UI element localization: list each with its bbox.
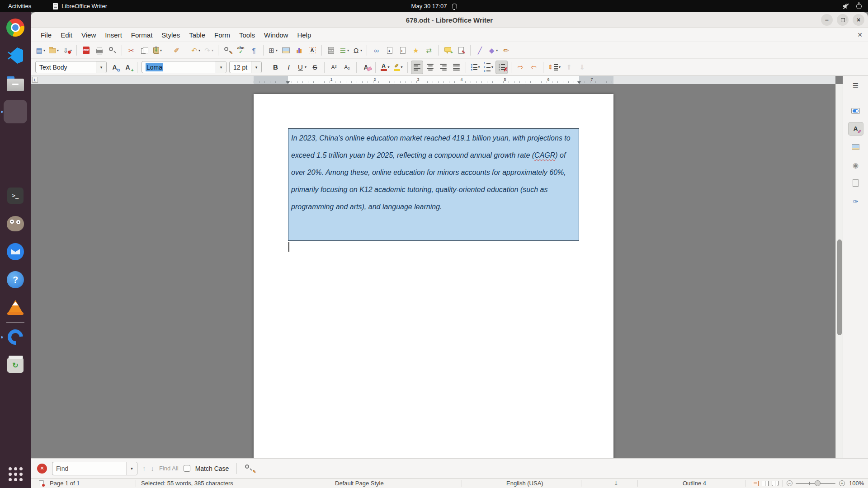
selected-text-frame[interactable]: In 2023, China's online education market… xyxy=(288,128,579,241)
find-input-dropdown[interactable]: ▾ xyxy=(126,462,137,475)
subscript-button[interactable]: A₂ xyxy=(341,61,353,74)
print-button[interactable] xyxy=(93,43,105,57)
insert-bookmark-button[interactable]: ★ xyxy=(410,43,422,57)
text-language[interactable]: English (USA) xyxy=(506,479,543,488)
align-left-button[interactable] xyxy=(411,61,423,74)
dock-item-vlc[interactable] xyxy=(4,296,27,319)
font-name-combo-value[interactable]: Loma xyxy=(146,63,163,71)
document-text-line[interactable]: programming and arts), and language lear… xyxy=(291,198,579,216)
find-next-button[interactable]: ↓ xyxy=(151,465,155,472)
menu-format[interactable]: Format xyxy=(127,28,157,42)
zoom-slider-handle[interactable] xyxy=(815,480,821,486)
insert-footnote-button[interactable]: 1 xyxy=(383,43,396,57)
document-text[interactable]: exceed 1.5 trillion yuan by 2025, reflec… xyxy=(291,151,534,159)
menu-window[interactable]: Window xyxy=(259,28,292,42)
insert-comment-button[interactable] xyxy=(442,43,454,57)
navigator-deck-button[interactable]: ◉ xyxy=(848,158,863,172)
paste-button[interactable]: ▾ xyxy=(151,43,164,57)
styles-deck-button[interactable]: A xyxy=(848,122,863,136)
find-replace-button[interactable]: ✎ xyxy=(222,43,234,57)
new-document-button-dropdown[interactable]: ▾ xyxy=(43,48,45,52)
document-text[interactable]: ) of xyxy=(555,151,566,159)
sidebar-settings-button[interactable]: ☰ xyxy=(848,79,863,92)
line-spacing-button-dropdown[interactable]: ▾ xyxy=(559,65,561,69)
vertical-scrollbar[interactable] xyxy=(835,84,843,458)
dock-item-help[interactable] xyxy=(4,268,27,291)
left-indent-marker[interactable] xyxy=(286,81,290,84)
outline-level[interactable]: Outline 4 xyxy=(683,479,706,488)
insert-hyperlink-button[interactable]: ∞ xyxy=(370,43,382,57)
italic-button[interactable]: I xyxy=(283,61,295,74)
dock-item-impress[interactable] xyxy=(4,156,27,179)
menu-insert[interactable]: Insert xyxy=(100,28,127,42)
font-size-combo[interactable]: 12 pt▾ xyxy=(229,61,262,73)
print-preview-button[interactable] xyxy=(106,43,118,57)
menu-view[interactable]: View xyxy=(77,28,100,42)
scrollbar-thumb[interactable] xyxy=(837,239,842,335)
menu-tools[interactable]: Tools xyxy=(235,28,259,42)
document-text-line[interactable]: over 20%. Among these, online education … xyxy=(291,164,579,181)
document-text[interactable]: over 20%. Among these, online education … xyxy=(291,169,566,176)
font-name-combo[interactable]: Loma▾ xyxy=(142,61,226,73)
open-file-button[interactable]: ▾ xyxy=(47,43,60,57)
insert-field-button-dropdown[interactable]: ▾ xyxy=(347,48,349,52)
style-inspector-deck-button[interactable]: ✑ xyxy=(848,194,863,208)
font-color-button[interactable]: A▾ xyxy=(379,61,391,74)
menu-file[interactable]: File xyxy=(36,28,56,42)
font-size-combo-value[interactable]: 12 pt xyxy=(230,64,251,71)
dock-item-blueapp[interactable] xyxy=(4,325,27,349)
paragraph-style-combo-dropdown[interactable]: ▾ xyxy=(96,61,106,73)
insert-cross-reference-button[interactable]: ⇄ xyxy=(423,43,435,57)
zoom-out-button[interactable]: − xyxy=(787,480,793,486)
dock-item-vscode[interactable] xyxy=(4,44,27,67)
paste-button-dropdown[interactable]: ▾ xyxy=(160,48,162,52)
align-justify-button[interactable] xyxy=(450,61,462,74)
insert-table-button[interactable]: ⊞▾ xyxy=(267,43,279,57)
basic-shapes-button[interactable]: ◆▾ xyxy=(487,43,499,57)
document-text[interactable]: primarily focusing on K12 academic tutor… xyxy=(291,186,547,193)
line-spacing-button[interactable]: ⇕▾ xyxy=(547,61,562,74)
menu-table[interactable]: Table xyxy=(184,28,210,42)
insert-endnote-button[interactable]: i xyxy=(396,43,409,57)
single-page-view-button[interactable] xyxy=(752,481,759,486)
misspelled-word[interactable]: CAGR xyxy=(534,151,555,159)
font-color-button-dropdown[interactable]: ▾ xyxy=(388,65,390,69)
document-modified-icon[interactable] xyxy=(39,480,44,486)
find-all-button[interactable]: Find All xyxy=(159,465,179,472)
insert-special-character-button-dropdown[interactable]: ▾ xyxy=(360,48,362,52)
strikethrough-button[interactable]: S xyxy=(309,61,321,74)
zoom-in-button[interactable]: + xyxy=(839,480,845,486)
decrease-indent-button[interactable]: ⇦ xyxy=(528,61,540,74)
page-deck-button[interactable] xyxy=(848,176,863,190)
open-file-button-dropdown[interactable]: ▾ xyxy=(57,48,59,52)
find-previous-button[interactable]: ↑ xyxy=(142,465,146,472)
show-draw-functions-button[interactable]: ✏ xyxy=(500,43,512,57)
unordered-list-button[interactable]: ▾ xyxy=(469,61,481,74)
increase-indent-button[interactable]: ⇨ xyxy=(514,61,527,74)
system-status-menu[interactable] xyxy=(843,4,862,9)
font-size-combo-dropdown[interactable]: ▾ xyxy=(251,61,261,73)
clone-formatting-button[interactable]: ✐ xyxy=(170,43,183,57)
update-style-button[interactable]: A xyxy=(108,61,121,74)
paragraph-style-combo-value[interactable]: Text Body xyxy=(36,64,96,71)
right-indent-marker[interactable] xyxy=(577,81,581,84)
insert-line-button[interactable]: ╱ xyxy=(474,43,486,57)
menu-edit[interactable]: Edit xyxy=(56,28,77,42)
document-text-line[interactable]: primarily focusing on K12 academic tutor… xyxy=(291,181,579,198)
close-document-button[interactable]: ✕ xyxy=(857,31,863,38)
superscript-button[interactable]: A² xyxy=(328,61,340,74)
highlight-color-button[interactable]: ✐▾ xyxy=(392,61,404,74)
undo-button[interactable]: ↶▾ xyxy=(189,43,202,57)
dock-item-appsgrid[interactable] xyxy=(4,462,27,486)
page-count[interactable]: Page 1 of 1 xyxy=(50,479,80,488)
dock-item-gimp[interactable] xyxy=(4,212,27,235)
export-pdf-button[interactable]: PDF xyxy=(80,43,92,57)
save-button[interactable]: ⇩▾ xyxy=(61,43,73,57)
underline-button[interactable]: U▾ xyxy=(296,61,308,74)
book-view-button[interactable] xyxy=(772,481,778,486)
underline-button-dropdown[interactable]: ▾ xyxy=(305,65,307,69)
insert-mode-icon[interactable] xyxy=(614,479,621,488)
activities-button[interactable]: Activities xyxy=(0,0,39,12)
insert-image-button[interactable] xyxy=(280,43,292,57)
align-center-button[interactable] xyxy=(424,61,436,74)
